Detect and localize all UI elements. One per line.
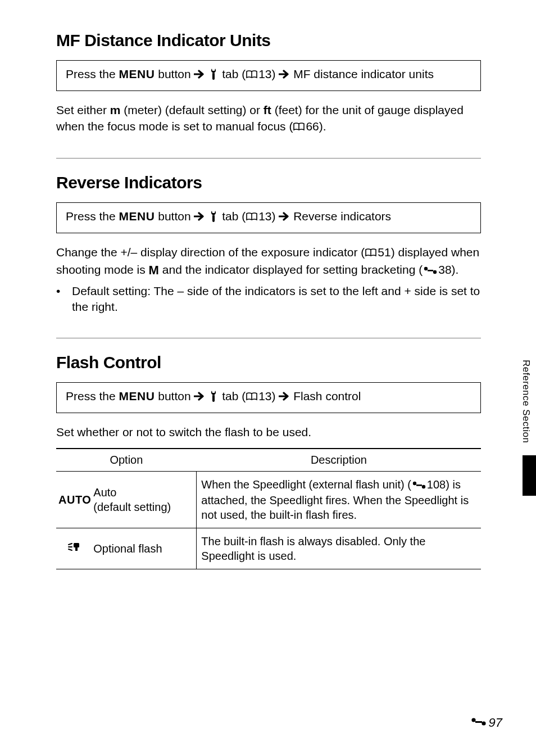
- nav-text: tab (: [222, 210, 246, 223]
- nav-dest: MF distance indicator units: [290, 67, 434, 80]
- arrow-right-icon: [279, 69, 290, 79]
- nav-text: Press the: [66, 210, 119, 223]
- side-tab: Reference Section: [516, 360, 536, 496]
- bold-ft: ft: [264, 103, 271, 116]
- flash-options-table: Option Description AUTO Auto (default se…: [56, 448, 481, 569]
- manual-ref-icon: [246, 390, 258, 405]
- auto-icon-text: AUTO: [58, 494, 91, 506]
- manual-ref-icon: [246, 67, 258, 83]
- svg-point-10: [422, 485, 425, 488]
- arrow-right-icon: [194, 211, 205, 221]
- body-text-reverse: Change the +/– display direction of the …: [56, 245, 481, 279]
- setup-tab-icon: [208, 67, 219, 84]
- menu-label: MENU: [119, 390, 155, 402]
- text: When the Speedlight (external flash unit…: [201, 478, 411, 491]
- nav-text: Press the: [66, 390, 119, 402]
- section-divider: [56, 158, 481, 159]
- page-number-value: 97: [489, 716, 502, 730]
- arrow-right-icon: [279, 391, 290, 401]
- bullet-default-setting: • Default setting: The – side of the ind…: [56, 283, 481, 315]
- cross-ref-icon: [411, 478, 427, 493]
- heading-flash-control: Flash Control: [56, 353, 481, 372]
- option-label-optional-flash: Optional flash: [92, 528, 197, 569]
- svg-rect-12: [75, 547, 78, 551]
- svg-rect-14: [475, 721, 482, 723]
- bullet-dot-icon: •: [56, 283, 72, 315]
- text: ).: [319, 120, 326, 133]
- cross-ref-icon: [423, 263, 438, 279]
- nav-text: button: [155, 390, 194, 402]
- nav-path-reverse: Press the MENU button tab (13) Reverse i…: [56, 202, 481, 233]
- nav-text: Press the: [66, 67, 119, 80]
- optional-flash-icon: [67, 542, 82, 555]
- text: Change the +/– display direction of the …: [56, 246, 365, 259]
- arrow-right-icon: [279, 211, 290, 221]
- menu-label: MENU: [119, 67, 155, 80]
- nav-text: ): [272, 210, 279, 223]
- option-icon-auto: AUTO: [56, 472, 92, 528]
- manual-ref-icon: [365, 246, 377, 261]
- nav-text: button: [155, 67, 194, 80]
- option-desc-auto: When the Speedlight (external flash unit…: [197, 472, 481, 528]
- mode-m-icon: M: [149, 263, 159, 277]
- manual-ref-icon: [246, 210, 258, 225]
- svg-point-6: [433, 270, 437, 274]
- svg-point-15: [482, 721, 485, 725]
- arrow-right-icon: [194, 391, 205, 401]
- option-label-auto: Auto (default setting): [92, 472, 197, 528]
- svg-point-13: [471, 718, 475, 722]
- side-tab-label: Reference Section: [520, 360, 532, 453]
- body-text-flash-intro: Set whether or not to switch the flash t…: [56, 424, 481, 440]
- nav-ref-num: 13: [258, 67, 271, 80]
- nav-dest: Flash control: [290, 390, 361, 402]
- nav-text: tab (: [222, 67, 246, 80]
- text: and the indicator displayed for setting …: [159, 263, 423, 276]
- svg-rect-9: [416, 485, 422, 486]
- option-desc-optional-flash: The built-in flash is always disabled. O…: [197, 528, 481, 569]
- heading-mf-distance: MF Distance Indicator Units: [56, 31, 481, 50]
- nav-path-flash: Press the MENU button tab (13) Flash con…: [56, 382, 481, 413]
- nav-text: ): [272, 67, 279, 80]
- nav-text: button: [155, 210, 194, 223]
- nav-dest: Reverse indicators: [290, 210, 391, 223]
- ref-num: 51: [378, 246, 390, 259]
- table-row: Optional flash The built-in flash is alw…: [56, 528, 481, 569]
- text: (meter) (default setting) or: [120, 103, 263, 116]
- bold-m: m: [110, 103, 121, 116]
- ref-num: 66: [306, 120, 319, 133]
- setup-tab-icon: [208, 210, 219, 226]
- bullet-text: Default setting: The – side of the indic…: [72, 283, 481, 315]
- nav-text: ): [272, 390, 279, 402]
- page-number: 97: [470, 716, 502, 730]
- svg-point-8: [413, 482, 416, 485]
- arrow-right-icon: [194, 69, 205, 79]
- setup-tab-icon: [208, 390, 219, 406]
- menu-label: MENU: [119, 210, 155, 223]
- nav-ref-num: 13: [258, 390, 271, 402]
- table-header-description: Description: [197, 449, 481, 472]
- table-row: AUTO Auto (default setting) When the Spe…: [56, 472, 481, 528]
- nav-path-mf: Press the MENU button tab (13) MF distan…: [56, 60, 481, 91]
- ref-num: 108: [427, 478, 446, 491]
- svg-point-4: [424, 267, 428, 270]
- ref-num: 38: [438, 263, 451, 276]
- manual-ref-icon: [293, 120, 305, 135]
- body-text-mf: Set either m (meter) (default setting) o…: [56, 102, 481, 135]
- svg-rect-5: [428, 270, 433, 271]
- nav-ref-num: 13: [258, 210, 271, 223]
- side-tab-marker: [523, 455, 536, 496]
- text: Set either: [56, 103, 110, 116]
- table-header-option: Option: [56, 449, 197, 472]
- cross-ref-icon: [470, 716, 488, 730]
- option-icon-optional-flash: [56, 528, 92, 569]
- text: ).: [452, 263, 459, 276]
- svg-rect-11: [74, 543, 79, 547]
- section-divider: [56, 338, 481, 338]
- heading-reverse-indicators: Reverse Indicators: [56, 173, 481, 192]
- nav-text: tab (: [222, 390, 246, 402]
